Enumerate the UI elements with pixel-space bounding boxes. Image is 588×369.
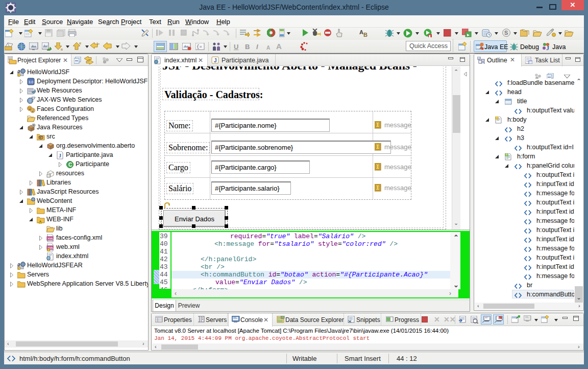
svg-text:{=: {= [197,44,202,50]
svg-text:J: J [546,44,549,51]
svg-text:J: J [59,153,61,158]
svg-text:A: A [359,29,363,35]
svg-text:J: J [17,69,20,74]
svg-text:▮: ▮ [429,34,431,38]
svg-text:XML: XML [47,237,54,240]
svg-text:3.0: 3.0 [29,80,34,84]
svg-text:S: S [504,30,508,36]
svg-text:C: C [68,162,72,168]
svg-text:J: J [214,58,217,63]
svg-text:B: B [363,32,368,37]
svg-text:J: J [17,262,20,267]
